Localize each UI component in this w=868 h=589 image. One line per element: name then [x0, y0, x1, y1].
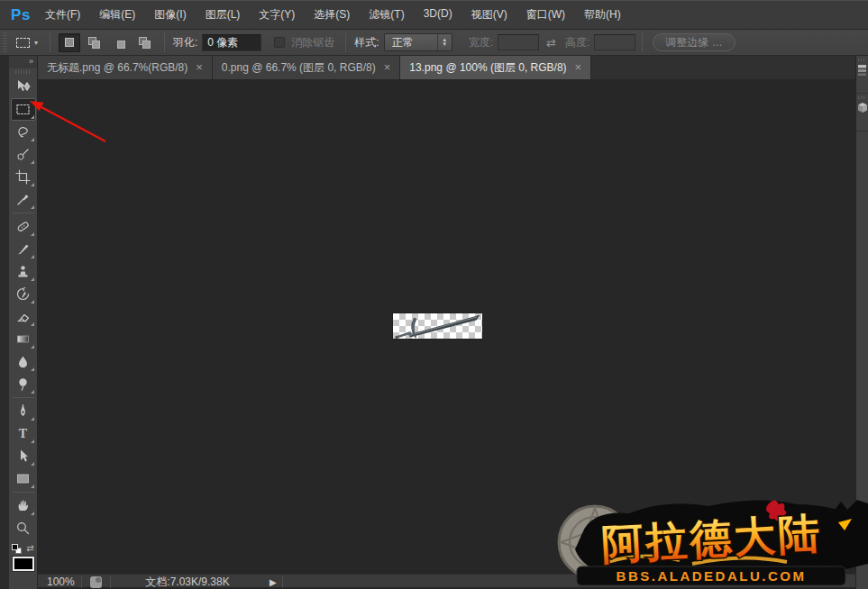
- document-canvas[interactable]: [393, 313, 482, 339]
- marquee-preset-icon: [16, 38, 30, 48]
- document-size-info: 文档:7.03K/9.38K: [111, 575, 264, 589]
- dock-panel-button-2[interactable]: [856, 94, 868, 131]
- height-input[interactable]: [594, 34, 635, 50]
- tab-title: 无标题.png @ 66.7%(RGB/8): [47, 60, 187, 76]
- dock-grip: [858, 59, 866, 61]
- menu-type[interactable]: 文字(Y): [259, 7, 295, 23]
- path-selection-tool[interactable]: [11, 445, 36, 467]
- panel-dock-strip: [855, 56, 868, 589]
- zoom-tool[interactable]: [11, 517, 36, 539]
- gradient-tool[interactable]: [11, 328, 36, 350]
- antialias-checkbox[interactable]: [274, 37, 285, 48]
- subtract-selection-button[interactable]: [109, 33, 131, 52]
- toolbar-separator: [13, 213, 34, 213]
- antialias-label: 消除锯齿: [291, 35, 334, 50]
- chevron-down-icon: ▾: [34, 39, 38, 47]
- rectangular-marquee-tool[interactable]: [11, 98, 36, 121]
- divider: [642, 32, 643, 52]
- spinner-down-icon: ▼: [442, 42, 447, 47]
- clone-stamp-tool[interactable]: [11, 260, 36, 283]
- spot-healing-brush-tool[interactable]: [11, 215, 36, 238]
- width-label: 宽度:: [469, 35, 493, 50]
- menu-image[interactable]: 图像(I): [154, 7, 186, 23]
- foreground-mini-swatch: [12, 544, 18, 550]
- canvas-area[interactable]: [38, 79, 855, 574]
- new-selection-button[interactable]: [59, 33, 80, 52]
- swap-dimensions-icon[interactable]: ⇄: [546, 36, 556, 50]
- status-options-arrow[interactable]: ▶: [264, 577, 282, 587]
- tab-13-png[interactable]: 13.png @ 100% (图层 0, RGB/8) ×: [400, 56, 591, 79]
- rectangle-shape-tool[interactable]: [11, 467, 36, 490]
- tools-panel: »: [9, 56, 38, 589]
- toolbar-gutter: [0, 56, 9, 589]
- divider: [50, 32, 50, 52]
- close-icon[interactable]: ×: [196, 63, 203, 72]
- ps-logo: Ps: [0, 6, 41, 24]
- quick-selection-tool[interactable]: [11, 143, 36, 166]
- panel-icon-cube: [857, 102, 868, 113]
- pen-tool[interactable]: [11, 400, 36, 422]
- toolbar-collapse-button[interactable]: »: [9, 56, 37, 68]
- dock-panel-button-1[interactable]: [856, 56, 868, 94]
- type-tool[interactable]: T: [11, 422, 36, 445]
- toolbar-grip[interactable]: [15, 70, 32, 74]
- style-select[interactable]: 正常 ▲ ▼: [384, 33, 452, 51]
- menu-file[interactable]: 文件(F): [45, 7, 80, 23]
- menu-items: 文件(F) 编辑(E) 图像(I) 图层(L) 文字(Y) 选择(S) 滤镜(T…: [41, 7, 621, 23]
- close-icon[interactable]: ×: [575, 63, 582, 72]
- photoshop-window: Ps 文件(F) 编辑(E) 图像(I) 图层(L) 文字(Y) 选择(S) 滤…: [0, 0, 868, 589]
- default-colors-icon[interactable]: [12, 541, 23, 555]
- intersect-selection-button[interactable]: [134, 33, 156, 52]
- menu-select[interactable]: 选择(S): [314, 7, 350, 23]
- tool-preset-picker[interactable]: ▾: [11, 36, 43, 50]
- divider: [345, 32, 346, 52]
- lasso-tool[interactable]: [11, 121, 36, 143]
- refine-edge-button[interactable]: 调整边缘 …: [653, 33, 735, 51]
- new-selection-icon: [65, 38, 74, 47]
- close-icon[interactable]: ×: [384, 63, 391, 72]
- eraser-tool[interactable]: [11, 305, 36, 328]
- dock-grip: [858, 96, 866, 99]
- toolbar-separator: [13, 397, 34, 398]
- hand-tool[interactable]: [11, 494, 36, 517]
- height-label: 高度:: [565, 35, 589, 50]
- style-label: 样式:: [354, 35, 379, 50]
- divider: [164, 32, 165, 52]
- menu-view[interactable]: 视图(V): [471, 7, 507, 23]
- menu-filter[interactable]: 滤镜(T): [369, 7, 404, 23]
- foreground-color-swatch[interactable]: [13, 557, 34, 571]
- add-selection-button[interactable]: [84, 33, 105, 52]
- move-tool[interactable]: [11, 76, 36, 98]
- menu-layer[interactable]: 图层(L): [206, 7, 241, 23]
- width-input[interactable]: [498, 34, 539, 50]
- tab-untitled-png[interactable]: 无标题.png @ 66.7%(RGB/8) ×: [38, 56, 213, 79]
- double-chevron-icon: »: [29, 57, 33, 66]
- document-tab-bar: 无标题.png @ 66.7%(RGB/8) × 0.png @ 66.7% (…: [38, 56, 855, 79]
- eyedropper-tool[interactable]: [11, 188, 36, 211]
- subtract-selection-icon: [117, 41, 125, 49]
- feather-input[interactable]: [202, 34, 261, 51]
- selection-mode-group: [59, 33, 156, 52]
- divider: [282, 576, 283, 588]
- style-value: 正常: [385, 35, 437, 50]
- brush-tool[interactable]: [11, 238, 36, 260]
- menu-edit[interactable]: 编辑(E): [99, 7, 135, 23]
- zoom-level-field[interactable]: 100%: [38, 575, 81, 588]
- swap-colors-icon[interactable]: ⇄: [26, 543, 33, 553]
- menu-3d[interactable]: 3D(D): [424, 7, 452, 23]
- menu-window[interactable]: 窗口(W): [526, 7, 565, 23]
- status-bar: 100% 文档:7.03K/9.38K ▶: [38, 574, 855, 589]
- options-grip[interactable]: [3, 32, 7, 52]
- tab-title: 0.png @ 66.7% (图层 0, RGB/8): [222, 60, 376, 76]
- spinner-icon: ▲ ▼: [437, 34, 452, 50]
- add-selection-icon-2: [92, 41, 100, 49]
- crop-tool[interactable]: [11, 166, 36, 188]
- blur-tool[interactable]: [11, 350, 36, 373]
- tab-title: 13.png @ 100% (图层 0, RGB/8): [409, 60, 566, 76]
- tab-0-png[interactable]: 0.png @ 66.7% (图层 0, RGB/8) ×: [213, 56, 401, 79]
- menu-bar: Ps 文件(F) 编辑(E) 图像(I) 图层(L) 文字(Y) 选择(S) 滤…: [0, 0, 868, 30]
- menu-help[interactable]: 帮助(H): [584, 7, 621, 23]
- dodge-tool[interactable]: [11, 373, 36, 395]
- preview-icon[interactable]: [90, 576, 102, 588]
- history-brush-tool[interactable]: [11, 283, 36, 305]
